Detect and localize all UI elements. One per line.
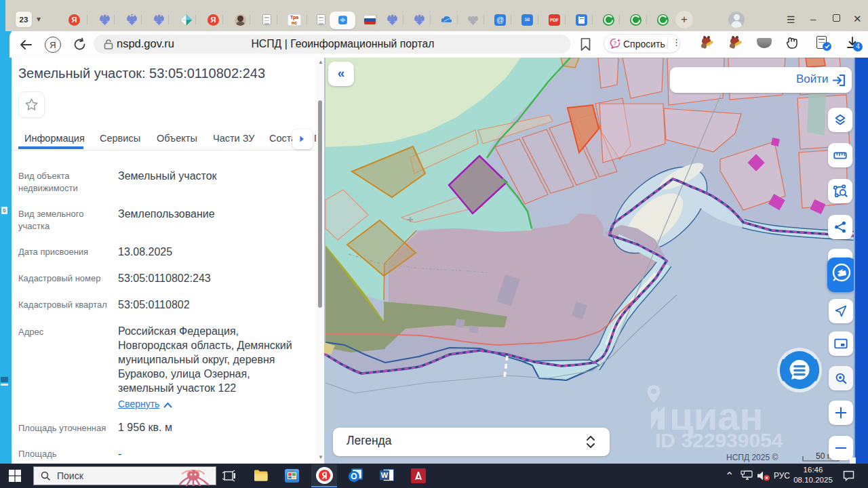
svg-text:?: ?: [614, 40, 617, 46]
svg-text:ID 322939054: ID 322939054: [655, 429, 783, 451]
svg-text:НСПД 2025 ©: НСПД 2025 ©: [726, 453, 778, 462]
